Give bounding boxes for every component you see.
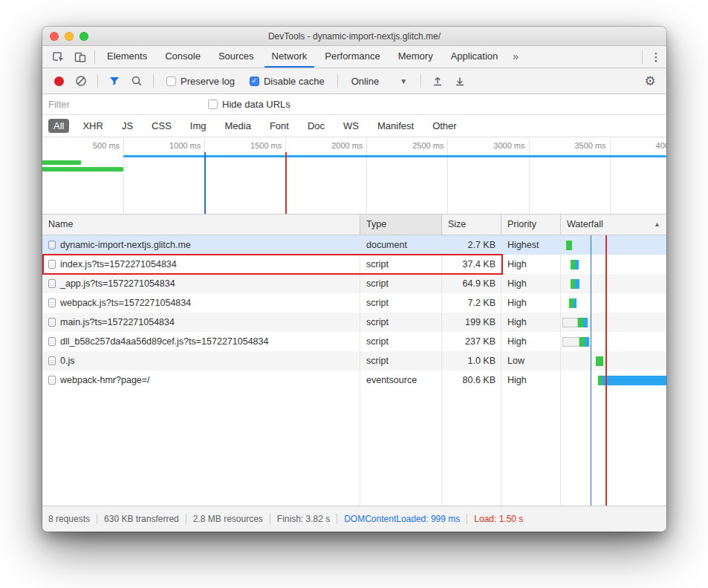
file-icon (48, 298, 56, 307)
sort-ascending-icon: ▲ (654, 215, 660, 235)
pill-media[interactable]: Media (219, 119, 256, 133)
search-button[interactable] (128, 72, 146, 90)
tab-network[interactable]: Network (264, 46, 315, 68)
finish-time: Finish: 3.82 s (277, 514, 330, 524)
preserve-log-checkbox[interactable]: Preserve log (166, 76, 235, 87)
overview-load-line (285, 152, 287, 214)
waterfall-bar[interactable] (566, 241, 572, 250)
table-row[interactable]: dynamic-import-nextjs.glitch.me document… (42, 235, 666, 255)
network-settings-button[interactable]: ⚙ (641, 72, 659, 90)
timeline-gridline (366, 139, 367, 214)
waterfall-segment-green (578, 318, 583, 327)
filter-input[interactable] (48, 99, 167, 110)
waterfall-bar[interactable] (569, 298, 577, 308)
request-type: script (360, 255, 442, 274)
waterfall-bar[interactable] (562, 318, 588, 327)
request-priority: High (501, 293, 561, 313)
request-size: 7.2 KB (442, 293, 501, 313)
pill-img[interactable]: Img (185, 119, 212, 133)
file-icon (48, 260, 56, 269)
throttling-value: Online (351, 76, 380, 87)
pill-ws[interactable]: WS (338, 119, 364, 133)
record-button[interactable] (50, 72, 68, 90)
column-separator (501, 235, 501, 506)
overview-strip[interactable]: 500 ms1000 ms1500 ms2000 ms2500 ms3000 m… (42, 137, 666, 215)
table-row[interactable]: 0.js script 1.0 KB Low (42, 351, 666, 370)
column-header-size[interactable]: Size (442, 215, 501, 235)
table-area: Name Type Size Priority Waterfall ▲ dyna… (42, 215, 666, 506)
more-tabs-button[interactable]: » (507, 46, 524, 68)
clear-button[interactable] (72, 72, 90, 90)
request-size: 2.7 KB (442, 235, 501, 255)
waterfall-segment-blue (585, 337, 589, 347)
toolbar-separator (97, 74, 98, 88)
column-header-type[interactable]: Type (360, 215, 442, 235)
request-name-cell: main.js?ts=1572271054834 (42, 313, 360, 332)
tab-performance[interactable]: Performance (317, 46, 387, 68)
tab-memory[interactable]: Memory (391, 46, 441, 68)
request-size: 199 KB (442, 313, 501, 332)
column-header-name[interactable]: Name (42, 215, 360, 235)
export-har-button[interactable] (451, 72, 469, 90)
waterfall-bar[interactable] (571, 279, 579, 289)
zoom-button[interactable] (79, 32, 88, 41)
request-type: script (360, 293, 442, 313)
request-size: 37.4 KB (442, 255, 501, 274)
table-row[interactable]: main.js?ts=1572271054834 script 199 KB H… (42, 313, 666, 332)
timeline-tick-label: 4000 ms (656, 141, 666, 150)
request-name: 0.js (60, 351, 74, 370)
network-toolbar: Preserve log ✓ Disable cache Online ▼ ⚙ (42, 68, 666, 94)
status-separator (186, 514, 186, 524)
search-icon (131, 75, 143, 87)
waterfall-bar[interactable] (571, 260, 579, 270)
preserve-log-label: Preserve log (181, 76, 235, 87)
pill-all[interactable]: All (48, 119, 69, 133)
pill-font[interactable]: Font (264, 119, 294, 133)
checkbox-unchecked-icon (208, 99, 218, 109)
table-row[interactable]: dll_b58c257da4aa56d89cef.js?ts=157227105… (42, 332, 666, 351)
throttling-dropdown[interactable]: Online ▼ (351, 76, 407, 87)
pill-js[interactable]: JS (117, 119, 138, 133)
filter-toggle-button[interactable] (105, 72, 123, 90)
pill-manifest[interactable]: Manifest (372, 119, 419, 133)
file-icon (48, 376, 56, 385)
tab-sources[interactable]: Sources (211, 46, 262, 68)
request-priority: High (501, 274, 561, 293)
disable-cache-checkbox[interactable]: ✓ Disable cache (250, 76, 325, 87)
request-waterfall-cell (561, 332, 666, 351)
window-titlebar: DevTools - dynamic-import-nextjs.glitch.… (42, 27, 666, 46)
pill-xhr[interactable]: XHR (77, 119, 108, 133)
table-row[interactable]: webpack.js?ts=1572271054834 script 7.2 K… (42, 293, 666, 313)
pill-doc[interactable]: Doc (302, 119, 330, 133)
import-har-button[interactable] (429, 72, 446, 90)
gear-icon: ⚙ (644, 74, 655, 89)
column-separator (360, 235, 360, 506)
minimize-button[interactable] (65, 32, 74, 41)
request-waterfall-cell (561, 351, 666, 370)
hide-data-urls-checkbox[interactable]: Hide data URLs (208, 99, 290, 110)
request-size: 64.9 KB (442, 274, 501, 293)
waterfall-bar[interactable] (598, 376, 666, 385)
chevron-down-icon: ▼ (400, 77, 407, 85)
request-waterfall-cell (561, 370, 666, 390)
requests-count: 8 requests (48, 514, 90, 524)
tab-application[interactable]: Application (444, 46, 506, 68)
waterfall-bar[interactable] (562, 337, 589, 347)
column-header-priority[interactable]: Priority (501, 215, 561, 235)
tab-elements[interactable]: Elements (100, 46, 155, 68)
table-row[interactable]: webpack-hmr?page=/ eventsource 80.6 KB H… (42, 370, 666, 390)
request-priority: High (501, 370, 561, 390)
inspect-element-button[interactable] (47, 46, 69, 68)
device-toolbar-button[interactable] (69, 46, 91, 68)
pill-css[interactable]: CSS (146, 119, 177, 133)
close-button[interactable] (50, 32, 59, 41)
column-header-waterfall[interactable]: Waterfall ▲ (561, 215, 666, 235)
table-row[interactable]: index.js?ts=1572271054834 script 37.4 KB… (42, 255, 666, 274)
waterfall-bar[interactable] (596, 356, 603, 366)
table-row[interactable]: _app.js?ts=1572271054834 script 64.9 KB … (42, 274, 666, 293)
devtools-menu-button[interactable]: ⋮ (646, 46, 666, 68)
record-icon (54, 76, 64, 86)
waterfall-segment-stalled (562, 318, 578, 327)
pill-other[interactable]: Other (427, 119, 462, 133)
tab-console[interactable]: Console (157, 46, 208, 68)
